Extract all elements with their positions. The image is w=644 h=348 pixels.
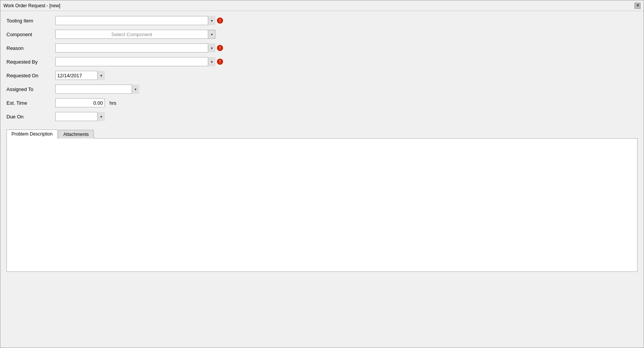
assigned-to-label: Assigned To (6, 86, 52, 92)
reason-select-wrapper: ▾ (55, 43, 215, 53)
reason-required-icon: ! (217, 45, 223, 51)
window-title: Work Order Request - [new] (3, 3, 60, 8)
problem-description-textarea[interactable] (7, 139, 637, 271)
est-time-unit: hrs (109, 100, 116, 106)
tab-problem-description[interactable]: Problem Description (6, 129, 58, 139)
main-window: Work Order Request - [new] ✕ Tooling Ite… (0, 0, 644, 348)
est-time-label: Est. Time (6, 100, 52, 106)
reason-control: ▾ ! (55, 43, 223, 53)
tooling-item-select[interactable] (55, 16, 215, 25)
title-bar-left: Work Order Request - [new] (3, 3, 60, 8)
tabs-area: Problem Description Attachments (0, 126, 644, 272)
requested-by-select-wrapper: ▾ (55, 57, 215, 66)
requested-on-row: Requested On ▾ (6, 70, 638, 80)
component-control: Select Component ▾ (55, 30, 215, 39)
due-on-label: Due On (6, 114, 52, 120)
requested-on-wrapper: ▾ (55, 71, 105, 80)
tooling-item-row: Tooling Item ▾ ! (6, 16, 638, 26)
tab-attachments[interactable]: Attachments (58, 130, 94, 139)
requested-on-label: Requested On (6, 73, 52, 78)
requested-by-select[interactable] (55, 57, 215, 66)
reason-select[interactable] (55, 43, 215, 53)
est-time-row: Est. Time hrs (6, 98, 638, 108)
close-button[interactable]: ✕ (634, 3, 641, 9)
reason-row: Reason ▾ ! (6, 43, 638, 53)
requested-by-required-icon: ! (217, 59, 223, 65)
requested-on-input[interactable] (55, 71, 105, 80)
due-on-input[interactable] (55, 112, 105, 121)
assigned-to-row: Assigned To ▾ (6, 84, 638, 94)
tooling-item-control: ▾ ! (55, 16, 223, 25)
tooling-item-select-wrapper: ▾ (55, 16, 215, 25)
component-label: Component (6, 32, 52, 37)
requested-by-row: Requested By ▾ ! (6, 57, 638, 67)
form-area: Tooling Item ▾ ! Component Select Compon… (0, 11, 644, 126)
tooling-item-label: Tooling Item (6, 18, 52, 24)
tab-content-problem-description (6, 139, 638, 272)
assigned-to-select[interactable] (55, 85, 139, 94)
due-on-row: Due On ▾ (6, 112, 638, 121)
tooling-item-required-icon: ! (217, 18, 223, 24)
reason-label: Reason (6, 45, 52, 51)
requested-by-label: Requested By (6, 59, 52, 65)
title-bar: Work Order Request - [new] ✕ (0, 0, 644, 11)
component-select-button[interactable]: Select Component (55, 30, 208, 39)
due-on-wrapper: ▾ (55, 112, 105, 121)
tabs-header: Problem Description Attachments (6, 129, 638, 139)
requested-by-control: ▾ ! (55, 57, 223, 66)
component-row: Component Select Component ▾ (6, 29, 638, 39)
component-chevron-icon[interactable]: ▾ (208, 30, 215, 39)
est-time-input[interactable] (55, 98, 105, 107)
assigned-to-wrapper: ▾ (55, 85, 139, 94)
